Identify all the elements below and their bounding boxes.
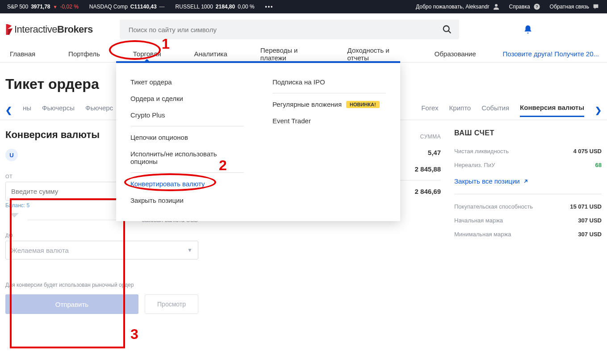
subtab-item[interactable]: ны: [23, 104, 31, 116]
dropdown-col-2: Подписка на IPO Регулярные вложения НОВИ…: [258, 74, 400, 209]
help-link[interactable]: Справка ?: [509, 3, 541, 11]
logo-text: InteractiveBrokers: [14, 24, 93, 35]
search-input[interactable]: [120, 20, 459, 39]
subtab-currency-conversion[interactable]: Конверсия валюты: [520, 104, 584, 117]
user-icon: [492, 3, 500, 11]
welcome-text: Добро пожаловать, Aleksandr: [416, 4, 489, 10]
notifications[interactable]: [523, 24, 600, 35]
to-currency-select[interactable]: Желаемая валюта ▼: [5, 241, 198, 259]
account-row-value: 15 071 USD: [570, 203, 602, 210]
nav-home[interactable]: Главная: [4, 46, 42, 62]
dropdown-ipo[interactable]: Подписка на IPO: [272, 74, 386, 90]
ticker-right: Добро пожаловать, Aleksandr Справка ? Об…: [416, 3, 600, 11]
subtab-item[interactable]: Фьючерс: [85, 104, 113, 116]
help-icon: ?: [533, 3, 541, 11]
nav-trade[interactable]: Торговля: [127, 46, 167, 62]
dropdown-recurring[interactable]: Регулярные вложения НОВИНКА!: [272, 96, 386, 113]
to-placeholder: Желаемая валюта: [11, 247, 69, 254]
ticker-name: S&P 500: [7, 4, 28, 10]
to-label: ДО: [5, 233, 198, 238]
ticker-change: 0,00 %: [238, 4, 254, 10]
dropdown-order-ticket[interactable]: Тикет ордера: [130, 74, 244, 90]
trade-dropdown: Тикет ордера Ордера и сделки Crypto Plus…: [116, 61, 400, 221]
close-all-positions-link[interactable]: Закрыть все позиции: [454, 172, 602, 192]
nav-bar: Главная Портфель Торговля Аналитика Пере…: [0, 46, 607, 63]
arrow-down-icon: ▼: [53, 4, 58, 9]
header: InteractiveBrokers: [0, 13, 607, 46]
chevron-down-icon: ▼: [187, 247, 193, 253]
bell-icon: [523, 24, 533, 35]
external-link-icon: [523, 178, 529, 184]
logo-icon: [4, 23, 13, 36]
ticker-name: RUSSELL 1000: [176, 4, 213, 10]
svg-point-3: [443, 26, 449, 32]
swap-arrow-icon[interactable]: [5, 216, 23, 224]
new-badge: НОВИНКА!: [346, 101, 380, 108]
nav-reports[interactable]: Доходность и отчеты: [341, 46, 408, 62]
preview-button[interactable]: Просмотр: [145, 294, 198, 314]
account-row: Начальная маржа 307 USD: [454, 213, 602, 227]
dropdown-close-positions[interactable]: Закрыть позиции: [130, 192, 244, 209]
logo[interactable]: InteractiveBrokers: [4, 23, 93, 36]
account-row: Нереализ. ПиУ 68: [454, 158, 602, 172]
dropdown-exercise-options[interactable]: Исполнить/не использовать опционы: [130, 146, 244, 170]
ticker-value: 2184,80: [216, 4, 235, 10]
feedback-link[interactable]: Обратная связь: [550, 3, 600, 11]
dropdown-divider: [272, 93, 386, 93]
dropdown-crypto-plus[interactable]: Crypto Plus: [130, 107, 244, 123]
close-link-text: Закрыть все позиции: [454, 177, 520, 185]
account-row: Минимальная маржа 307 USD: [454, 227, 602, 241]
account-row-label: Минимальная маржа: [454, 231, 511, 238]
mid-value: 2 845,88: [415, 165, 441, 173]
account-row-label: Начальная маржа: [454, 217, 503, 224]
nav-transfers[interactable]: Переводы и платежи: [254, 46, 321, 62]
dropdown-divider: [130, 126, 244, 126]
account-divider: [454, 194, 602, 194]
ticker-change: —: [159, 4, 165, 10]
feedback-icon: [592, 3, 600, 11]
account-row-label: Нереализ. ПиУ: [454, 162, 495, 168]
welcome-user[interactable]: Добро пожаловать, Aleksandr: [416, 3, 500, 11]
dropdown-col-1: Тикет ордера Ордера и сделки Crypto Plus…: [116, 74, 258, 209]
feedback-text: Обратная связь: [550, 4, 589, 10]
ticker-left: S&P 500 3971,78 ▼ -0,02 % NASDAQ Comp C1…: [7, 4, 273, 10]
help-text: Справка: [509, 4, 530, 10]
ticker-item-sp500[interactable]: S&P 500 3971,78 ▼ -0,02 %: [7, 4, 79, 10]
nav-analytics[interactable]: Аналитика: [188, 46, 234, 62]
account-panel: ВАШ СЧЕТ Чистая ликвидность 4 075 USD Не…: [454, 129, 602, 241]
subtabs-prev-icon[interactable]: ❮: [5, 105, 12, 115]
ticker-more-icon[interactable]: •••: [265, 4, 274, 10]
account-row: Покупательская способность 15 071 USD: [454, 200, 602, 213]
subtab-crypto[interactable]: Крипто: [449, 104, 471, 116]
dropdown-option-chains[interactable]: Цепочки опционов: [130, 129, 244, 146]
account-title: ВАШ СЧЕТ: [454, 129, 602, 137]
ticker-item-russell[interactable]: RUSSELL 1000 2184,80 0,00 %: [176, 4, 255, 10]
account-row: Чистая ликвидность 4 075 USD: [454, 144, 602, 158]
dropdown-item-label: Регулярные вложения: [272, 100, 342, 108]
account-row-label: Покупательская способность: [454, 203, 533, 210]
dropdown-divider: [130, 172, 244, 173]
sum-label: СУММА: [420, 134, 441, 140]
currency-badge[interactable]: U: [5, 149, 18, 161]
account-row-value: 4 075 USD: [573, 148, 602, 155]
account-row-value: 307 USD: [578, 217, 602, 224]
account-row-label: Чистая ликвидность: [454, 148, 509, 155]
ticker-item-nasdaq[interactable]: NASDAQ Comp C11140,43 —: [89, 4, 165, 10]
nav-portfolio[interactable]: Портфель: [62, 46, 106, 62]
subtabs-next-icon[interactable]: ❯: [595, 105, 602, 115]
dropdown-orders-trades[interactable]: Ордера и сделки: [130, 90, 244, 107]
search-icon[interactable]: [442, 25, 452, 34]
mid-value: 5,47: [428, 149, 441, 156]
dropdown-event-trader[interactable]: Event Trader: [272, 113, 386, 129]
dropdown-convert-currency[interactable]: Конвертировать валюту: [130, 176, 244, 192]
subtab-events[interactable]: События: [481, 104, 509, 116]
ticker-bar: S&P 500 3971,78 ▼ -0,02 % NASDAQ Comp C1…: [0, 0, 607, 13]
conversion-note: Для конверсии будет использован рыночный…: [5, 282, 198, 288]
subtab-forex[interactable]: Forex: [421, 104, 438, 116]
subtab-futures[interactable]: Фьючерсы: [42, 104, 75, 116]
search-wrap: [120, 20, 459, 39]
nav-education[interactable]: Образование: [428, 46, 482, 62]
mid-total-value: 2 846,69: [415, 188, 441, 195]
submit-button[interactable]: Отправить: [5, 294, 138, 314]
nav-referral[interactable]: Позовите друга! Получите 20...: [503, 50, 603, 58]
